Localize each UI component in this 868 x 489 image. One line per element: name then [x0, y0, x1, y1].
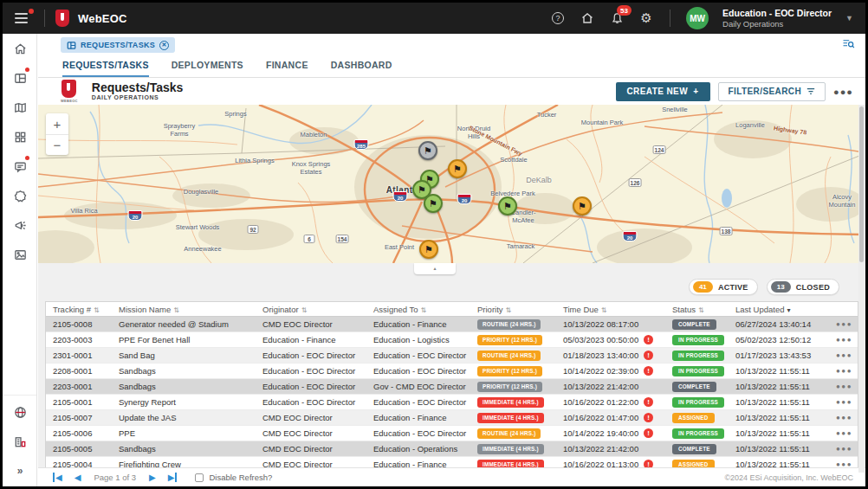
row-actions-icon[interactable]: ●●●	[831, 429, 858, 437]
cell-time-due: 10/14/2022 19:40:00!	[556, 428, 665, 439]
notifications-bell-icon[interactable]: 53	[609, 10, 625, 26]
column-header-time-due[interactable]: Time Due⇅	[556, 305, 665, 314]
table-row[interactable]: 2105-0005SandbagsCMD EOC DirectorEducati…	[46, 441, 858, 457]
user-info[interactable]: Education - EOC Director Daily Operation…	[722, 8, 832, 29]
row-actions-icon[interactable]: ●●●	[831, 320, 858, 328]
column-header-status[interactable]: Status⇅	[665, 305, 729, 314]
row-actions-icon[interactable]: ●●●	[831, 336, 858, 344]
table-row[interactable]: 2105-0008Generator needed @ StadiumCMD E…	[46, 317, 858, 332]
map-marker-orange[interactable]: ⚑	[573, 196, 592, 216]
previous-page-button[interactable]: ◀	[74, 473, 81, 482]
sort-icon[interactable]: ⇅	[301, 306, 308, 314]
map-collapse-button[interactable]: ▴	[414, 263, 456, 274]
table-row[interactable]: 2208-0001SandbagsEducation - EOC Directo…	[46, 364, 858, 379]
sidebar-item-apps[interactable]	[3, 122, 37, 151]
board-chip-requests-tasks[interactable]: REQUESTS/TASKS ✕	[61, 37, 175, 53]
column-header-last-updated[interactable]: Last Updated▾	[729, 305, 831, 314]
map-marker-green[interactable]: ⚑	[424, 194, 443, 213]
sidebar-item-broadcast[interactable]	[3, 210, 37, 240]
table-row[interactable]: 2105-0007Update the JASCMD EOC DirectorE…	[46, 410, 858, 426]
chevron-down-icon[interactable]: ▼	[845, 14, 853, 23]
map-panel[interactable]: + − SpringsSprayberry FarmsMabletonLithi…	[38, 105, 864, 263]
cell-status: IN PROGRESS	[665, 396, 729, 408]
sort-icon[interactable]: ⇅	[421, 306, 427, 314]
tab-deployments[interactable]: DEPLOYMENTS	[172, 60, 243, 77]
sidebar-item-media[interactable]	[3, 240, 37, 269]
row-actions-icon[interactable]: ●●●	[831, 445, 858, 453]
map-marker-orange[interactable]: ⚑	[448, 159, 467, 178]
column-label: Last Updated	[735, 305, 785, 314]
column-header-originator[interactable]: Originator⇅	[256, 305, 366, 314]
zoom-in-button[interactable]: +	[46, 113, 68, 134]
cell-last-updated: 10/13/2022 11:55:11	[729, 397, 831, 407]
cell-status: COMPLETE	[665, 443, 729, 454]
column-header-tracking-[interactable]: Tracking #⇅	[46, 305, 112, 314]
column-header-mission-name[interactable]: Mission Name⇅	[112, 305, 256, 314]
map-marker-green[interactable]: ⚑	[498, 196, 517, 216]
table-row[interactable]: 2203-0001SandbagsEducation - EOC Directo…	[46, 379, 858, 395]
page-indicator: Page 1 of 3	[94, 473, 136, 482]
table-row[interactable]: 2301-0001Sand BagEducation - EOC Directo…	[46, 348, 858, 364]
filter-search-button[interactable]: FILTER/SEARCH	[718, 82, 826, 101]
cell-tracking: 2105-0001	[46, 397, 112, 407]
status-badge: COMPLETE	[672, 444, 716, 454]
closed-filter-toggle[interactable]: 13 CLOSED	[767, 279, 839, 295]
cell-status: IN PROGRESS	[665, 350, 729, 361]
cell-originator: Education - Finance	[256, 335, 366, 344]
row-actions-icon[interactable]: ●●●	[831, 367, 858, 375]
row-actions-icon[interactable]: ●●●	[831, 398, 858, 406]
settings-gear-icon[interactable]: ⚙	[638, 10, 654, 26]
vertical-scrollbar[interactable]	[858, 105, 865, 473]
column-header-assigned-to[interactable]: Assigned To⇅	[366, 305, 470, 314]
sidebar-item-boards[interactable]	[3, 63, 37, 93]
active-filter-toggle[interactable]: 41 ACTIVE	[689, 279, 758, 295]
help-icon[interactable]: ?	[550, 10, 566, 26]
road-shield: 20	[128, 210, 143, 221]
table-row[interactable]: 2203-0003PPE For Benet HallEducation - F…	[46, 332, 858, 348]
home-icon[interactable]	[580, 10, 595, 26]
advanced-search-icon[interactable]	[842, 37, 855, 53]
sort-icon[interactable]: ⇅	[601, 306, 607, 314]
sort-desc-icon[interactable]: ▾	[787, 306, 791, 314]
sidebar-item-globe[interactable]	[3, 397, 37, 427]
create-new-button[interactable]: CREATE NEW +	[616, 82, 710, 101]
more-options-icon[interactable]: ●●●	[833, 87, 853, 97]
sidebar-item-home[interactable]	[3, 34, 37, 63]
zoom-out-button[interactable]: −	[46, 134, 68, 155]
table-row[interactable]: 2105-0001Synergy ReportEducation - EOC D…	[46, 395, 858, 410]
sidebar-item-maps[interactable]	[3, 93, 37, 122]
tab-requests-tasks[interactable]: REQUESTS/TASKS	[62, 60, 149, 77]
close-icon[interactable]: ✕	[159, 41, 169, 50]
row-actions-icon[interactable]: ●●●	[831, 383, 858, 390]
sort-icon[interactable]: ⇅	[173, 306, 179, 314]
disable-refresh-control[interactable]: Disable Refresh?	[195, 473, 272, 482]
sidebar-expand-icon[interactable]: »	[3, 456, 37, 486]
scrollbar-thumb[interactable]	[859, 106, 864, 262]
table-row[interactable]: 2105-0006PPECMD EOC DirectorEducation - …	[46, 426, 858, 441]
sidebar-item-messages[interactable]	[3, 151, 37, 181]
cell-last-updated: 06/27/2024 13:40:14	[729, 319, 831, 329]
disable-refresh-checkbox[interactable]	[195, 473, 204, 482]
map-marker-gray[interactable]: ⚑	[418, 141, 437, 160]
row-actions-icon[interactable]: ●●●	[831, 351, 858, 359]
sidebar-item-organization[interactable]	[3, 427, 37, 456]
pagination-bar: ◀ ◀ Page 1 of 3 ▶ ▶ Disable Refresh? ©20…	[38, 467, 865, 486]
menu-toggle-icon[interactable]	[15, 10, 34, 26]
cell-assigned: Education - EOC Director	[366, 351, 470, 360]
sidebar-item-badge[interactable]	[3, 181, 37, 210]
tab-finance[interactable]: FINANCE	[266, 60, 308, 77]
row-actions-icon[interactable]: ●●●	[831, 414, 858, 421]
top-header-bar: WebEOC ? 53 ⚙ MW Education - EOC Directo…	[3, 3, 865, 34]
map-marker-orange[interactable]: ⚑	[419, 240, 438, 259]
first-page-button[interactable]: ◀	[53, 473, 62, 482]
sort-icon[interactable]: ⇅	[94, 306, 100, 314]
column-header-priority[interactable]: Priority⇅	[470, 305, 556, 314]
sort-icon[interactable]: ⇅	[698, 306, 704, 314]
tab-dashboard[interactable]: DASHBOARD	[331, 60, 392, 77]
user-avatar[interactable]: MW	[686, 7, 709, 29]
cell-time-due: 01/18/2023 13:40:00!	[556, 351, 665, 361]
next-page-button[interactable]: ▶	[149, 473, 156, 482]
sort-icon[interactable]: ⇅	[506, 306, 512, 314]
board-icon	[67, 41, 76, 50]
last-page-button[interactable]: ▶	[168, 473, 178, 482]
